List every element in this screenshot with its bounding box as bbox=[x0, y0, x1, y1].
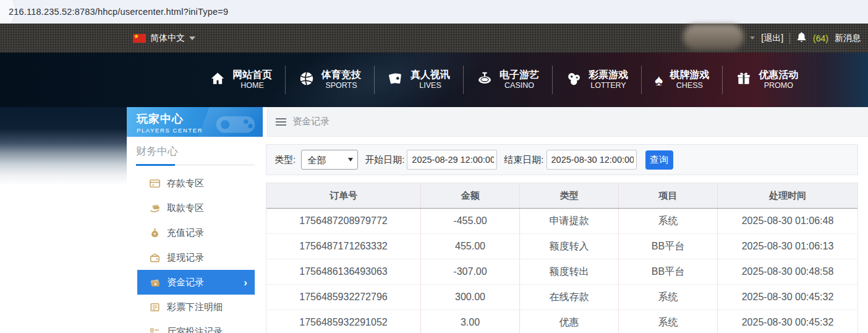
cell-order-no: 1756486136493063 bbox=[266, 259, 421, 284]
sidebar-item-withdraw-records[interactable]: 提现记录 bbox=[127, 245, 255, 270]
cell-amount: 3.00 bbox=[421, 310, 520, 333]
cell-type: 在线存款 bbox=[520, 285, 619, 309]
table-body: 1756487208979772 -455.00 申请提款 系统 2025-08… bbox=[266, 209, 857, 333]
sidebar-item-label: 彩票下注明细 bbox=[167, 301, 223, 313]
nav-label-zh: 真人视讯 bbox=[411, 69, 450, 81]
cell-project: 系统 bbox=[619, 285, 718, 309]
playing-cards-icon bbox=[388, 71, 404, 89]
column-header: 处理时间 bbox=[718, 183, 857, 208]
sidebar-item-lottery-bets[interactable]: 彩票下注明细 bbox=[127, 295, 255, 319]
cell-type: 申请提款 bbox=[520, 209, 619, 233]
language-label: 简体中文 bbox=[150, 33, 185, 44]
sidebar-item-label: 提现记录 bbox=[167, 252, 204, 264]
cell-time: 2025-08-30 01:06:13 bbox=[718, 234, 857, 259]
nav-label-zh: 优惠活动 bbox=[759, 69, 798, 81]
start-date-input[interactable] bbox=[407, 150, 497, 170]
sidebar-subtitle: PLAYERS CENTER bbox=[137, 127, 263, 134]
type-label: 类型: bbox=[274, 154, 296, 166]
cell-order-no: 1756487171263332 bbox=[266, 234, 421, 259]
chevron-down-icon bbox=[189, 37, 195, 40]
bell-icon[interactable] bbox=[796, 32, 807, 45]
nav-item-lives[interactable]: 真人视讯 LIVES bbox=[375, 69, 463, 91]
cell-project: BB平台 bbox=[619, 234, 718, 259]
sidebar-section: 财务中心 bbox=[127, 137, 255, 166]
sports-ball-icon bbox=[299, 71, 315, 89]
menu-icon[interactable] bbox=[276, 118, 286, 126]
search-button[interactable]: 查询 bbox=[645, 150, 673, 170]
section-underline bbox=[136, 164, 255, 166]
nav-item-promo[interactable]: 优惠活动 PROMO bbox=[723, 69, 811, 91]
cell-type: 额度转入 bbox=[520, 234, 619, 259]
nav-label-en: LOTTERY bbox=[590, 81, 626, 91]
column-header: 金额 bbox=[421, 183, 520, 208]
sidebar-item-label: 取款专区 bbox=[167, 202, 204, 214]
sidebar-body: 财务中心 存款专区 取款专区 bbox=[127, 137, 255, 333]
nav-item-sports[interactable]: 体育竞技 SPORTS bbox=[286, 69, 374, 91]
list-icon bbox=[148, 326, 161, 333]
sidebar-item-label: 充值记录 bbox=[167, 227, 204, 239]
nav-label-en: SPORTS bbox=[325, 81, 357, 91]
nav-label-zh: 棋牌游戏 bbox=[670, 69, 709, 81]
sidebar-item-hall-bets[interactable]: 厅室投注记录 bbox=[127, 319, 255, 333]
end-date-input[interactable] bbox=[547, 150, 637, 170]
cell-order-no: 1756487208979772 bbox=[266, 209, 421, 233]
nav-item-home[interactable]: 网站首页 HOME bbox=[197, 69, 285, 91]
sidebar-menu: 存款专区 取款专区 充值记录 bbox=[127, 171, 255, 333]
money-bag-icon bbox=[148, 227, 161, 239]
withdraw-hand-icon bbox=[148, 202, 161, 214]
nav-label-zh: 体育竞技 bbox=[321, 69, 361, 81]
sidebar-item-topup-records[interactable]: 充值记录 bbox=[127, 220, 255, 245]
logout-button[interactable]: [退出] bbox=[761, 33, 783, 44]
column-header: 订单号 bbox=[266, 183, 421, 208]
nav-item-casino[interactable]: 电子游艺 CASINO bbox=[464, 69, 552, 91]
language-selector[interactable]: ★ 简体中文 bbox=[133, 33, 195, 44]
column-header: 项目 bbox=[619, 183, 718, 208]
cell-amount: -307.00 bbox=[421, 259, 520, 284]
china-flag-icon: ★ bbox=[133, 34, 146, 43]
sidebar-item-funds-records[interactable]: 资金记录 › bbox=[137, 270, 255, 295]
sidebar-item-label: 资金记录 bbox=[167, 277, 204, 288]
sidebar: 玩家中心 PLAYERS CENTER 财务中心 存款专区 bbox=[127, 107, 263, 333]
cell-time: 2025-08-30 00:48:58 bbox=[718, 259, 857, 284]
account-bar: ★ 简体中文 [退出] (64) 新消息 bbox=[0, 24, 868, 53]
main-nav: 网站首页 HOME 体育竞技 SPORTS bbox=[197, 53, 811, 107]
banknotes-icon bbox=[148, 276, 161, 288]
nav-label-zh: 网站首页 bbox=[232, 69, 272, 81]
nav-item-lottery[interactable]: 彩票游戏 LOTTERY bbox=[553, 69, 641, 91]
message-label[interactable]: 新消息 bbox=[835, 33, 861, 44]
type-select-wrap: 全部 bbox=[301, 150, 358, 170]
nav-label-zh: 电子游艺 bbox=[500, 69, 539, 81]
home-icon bbox=[210, 71, 226, 89]
message-count[interactable]: (64) bbox=[813, 33, 828, 43]
cell-type: 优惠 bbox=[520, 310, 619, 333]
spade-icon: ♠ bbox=[655, 72, 663, 88]
nav-item-chess[interactable]: ♠ 棋牌游戏 CHESS bbox=[642, 69, 722, 91]
cell-project: 系统 bbox=[619, 209, 718, 233]
account-bar-right: [退出] (64) 新消息 bbox=[683, 25, 861, 51]
table-row: 1756485932272796 300.00 在线存款 系统 2025-08-… bbox=[266, 285, 857, 310]
cell-order-no: 1756485932291052 bbox=[266, 310, 421, 333]
username-blurred[interactable] bbox=[683, 24, 744, 50]
table-row: 1756487208979772 -455.00 申请提款 系统 2025-08… bbox=[266, 209, 857, 234]
table-row: 1756487171263332 455.00 额度转入 BB平台 2025-0… bbox=[266, 234, 857, 259]
cell-time: 2025-08-30 00:45:32 bbox=[718, 285, 857, 309]
sidebar-item-withdraw[interactable]: 取款专区 bbox=[127, 196, 255, 220]
breadcrumb-bar: 资金记录 bbox=[267, 107, 868, 137]
cell-order-no: 1756485932272796 bbox=[266, 285, 421, 309]
nav-label-en: HOME bbox=[240, 81, 264, 91]
page: 216.118.235.52:8783/hhcp/usercenter.html… bbox=[0, 0, 868, 333]
main-nav-banner: 网站首页 HOME 体育竞技 SPORTS bbox=[0, 53, 868, 107]
sidebar-item-deposit[interactable]: 存款专区 bbox=[127, 171, 255, 196]
cell-project: 系统 bbox=[619, 310, 718, 333]
table-row: 1756485932291052 3.00 优惠 系统 2025-08-30 0… bbox=[266, 310, 857, 333]
type-select[interactable]: 全部 bbox=[301, 150, 358, 170]
page-body: 玩家中心 PLAYERS CENTER 财务中心 存款专区 bbox=[0, 107, 868, 333]
cell-amount: -455.00 bbox=[421, 209, 520, 233]
cell-time: 2025-08-30 00:45:32 bbox=[718, 310, 857, 333]
url-field[interactable]: 216.118.235.52:8783/hhcp/usercenter.html… bbox=[9, 7, 228, 17]
table-header-row: 订单号 金额 类型 项目 处理时间 bbox=[266, 183, 857, 209]
roulette-icon bbox=[477, 71, 493, 89]
cell-amount: 300.00 bbox=[421, 285, 520, 309]
gamepad-icon bbox=[213, 110, 258, 137]
sidebar-title: 玩家中心 bbox=[137, 111, 263, 126]
